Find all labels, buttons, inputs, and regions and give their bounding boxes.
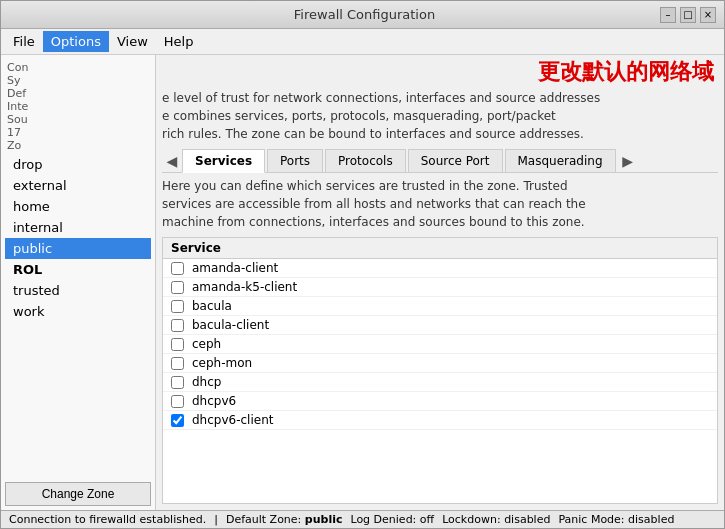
service-checkbox-amanda-client[interactable] [171, 262, 184, 275]
chinese-title: 更改默认的网络域 [538, 57, 714, 87]
zone-home[interactable]: home [5, 196, 151, 217]
service-amanda-client: amanda-client [163, 259, 717, 278]
lockdown-label: Lockdown: disabled [442, 513, 550, 526]
service-checkbox-dhcp[interactable] [171, 376, 184, 389]
default-zone-label: Default Zone: public [226, 513, 343, 526]
services-description: Here you can define which services are t… [162, 177, 718, 231]
zone-rol[interactable]: ROL [5, 259, 151, 280]
service-checkbox-ceph[interactable] [171, 338, 184, 351]
menu-view[interactable]: View [109, 31, 156, 52]
status-bar: Connection to firewalld established. | D… [1, 510, 724, 528]
menu-bar: File Options View Help [1, 29, 724, 55]
tab-services[interactable]: Services [182, 149, 265, 173]
service-amanda-k5-client: amanda-k5-client [163, 278, 717, 297]
main-content: 默认是 public Con Sy Def Inte Sou 17 Zo dro… [1, 55, 724, 510]
zone-drop[interactable]: drop [5, 154, 151, 175]
minimize-button[interactable]: – [660, 7, 676, 23]
service-dhcp: dhcp [163, 373, 717, 392]
main-window: Firewall Configuration – □ × File Option… [0, 0, 725, 529]
zone-external[interactable]: external [5, 175, 151, 196]
service-ceph: ceph [163, 335, 717, 354]
tabs-container: ◀ Services Ports Protocols Source Port M… [162, 149, 718, 173]
service-ceph-mon: ceph-mon [163, 354, 717, 373]
tab-masquerading[interactable]: Masquerading [505, 149, 616, 172]
menu-options[interactable]: Options [43, 31, 109, 52]
zone-work[interactable]: work [5, 301, 151, 322]
panic-value: disabled [628, 513, 674, 526]
service-checkbox-dhcpv6[interactable] [171, 395, 184, 408]
services-list: Service amanda-client amanda-k5-client b… [162, 237, 718, 504]
log-denied-label: Log Denied: off [350, 513, 434, 526]
lockdown-value: disabled [504, 513, 550, 526]
service-checkbox-dhcpv6-client[interactable] [171, 414, 184, 427]
menu-help[interactable]: Help [156, 31, 202, 52]
service-checkbox-ceph-mon[interactable] [171, 357, 184, 370]
services-header: Service [163, 238, 717, 259]
change-zone-button[interactable]: Change Zone [5, 482, 151, 506]
right-panel: 更改默认的网络域 e level of trust for network co… [156, 55, 724, 510]
status-separator1: | [214, 513, 218, 526]
tab-protocols[interactable]: Protocols [325, 149, 406, 172]
close-button[interactable]: × [700, 7, 716, 23]
panic-label: Panic Mode: disabled [558, 513, 674, 526]
tab-source-port[interactable]: Source Port [408, 149, 503, 172]
service-bacula-client: bacula-client [163, 316, 717, 335]
service-dhcpv6-client: dhcpv6-client [163, 411, 717, 430]
log-denied-value: off [420, 513, 434, 526]
service-dhcpv6: dhcpv6 [163, 392, 717, 411]
title-bar: Firewall Configuration – □ × [1, 1, 724, 29]
zone-section-labels: Con Sy Def Inte Sou 17 Zo [1, 55, 155, 154]
maximize-button[interactable]: □ [680, 7, 696, 23]
window-controls: – □ × [660, 7, 716, 23]
zone-internal[interactable]: internal [5, 217, 151, 238]
tab-arrow-right[interactable]: ▶ [618, 153, 638, 169]
zone-public[interactable]: public [5, 238, 151, 259]
window-title: Firewall Configuration [69, 7, 660, 22]
service-checkbox-bacula[interactable] [171, 300, 184, 313]
connection-status: Connection to firewalld established. [9, 513, 206, 526]
description-text: e level of trust for network connections… [162, 89, 718, 143]
zone-list: drop external home internal public ROL t… [1, 154, 155, 478]
zone-trusted[interactable]: trusted [5, 280, 151, 301]
tab-arrow-left[interactable]: ◀ [162, 153, 182, 169]
menu-file[interactable]: File [5, 31, 43, 52]
service-bacula: bacula [163, 297, 717, 316]
service-checkbox-amanda-k5-client[interactable] [171, 281, 184, 294]
default-zone-value: public [305, 513, 343, 526]
service-checkbox-bacula-client[interactable] [171, 319, 184, 332]
tab-ports[interactable]: Ports [267, 149, 323, 172]
